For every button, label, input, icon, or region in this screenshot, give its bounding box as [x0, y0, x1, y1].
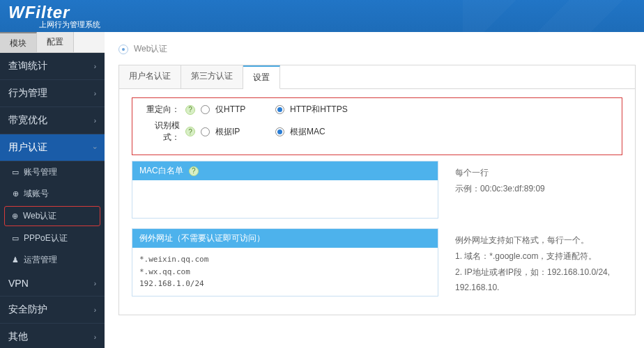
chevron-right-icon: ›	[94, 90, 96, 97]
nav-bandwidth[interactable]: 带宽优化›	[0, 107, 105, 134]
chevron-right-icon: ›	[94, 333, 96, 341]
nav-other[interactable]: 其他›	[0, 324, 105, 348]
nav-label: 带宽优化	[8, 114, 47, 127]
mac-whitelist-hint: 每个一行 示例：00:0c:3e:df:89:09	[455, 161, 622, 228]
mac-whitelist-textarea[interactable]	[132, 180, 438, 218]
settings-panel: 用户名认证 第三方认证 设置 重定向： ? 仅HTTP HTTP和HTTPS 识…	[118, 65, 636, 315]
sub-label: 运营管理	[24, 254, 57, 266]
nav-label: 安全防护	[8, 303, 47, 316]
tab-settings[interactable]: 设置	[243, 65, 280, 89]
sub-domain-account[interactable]: ⊕域账号	[0, 183, 105, 205]
id-card-icon: ▭	[11, 168, 20, 177]
mode-ip-radio[interactable]	[201, 127, 210, 136]
nav-label: 其他	[8, 331, 28, 343]
exception-line: 192.168.1.0/24	[139, 278, 431, 290]
mode-row: 识别模式： ? 根据IP 根据MAC	[141, 120, 613, 143]
exception-line: *.weixin.qq.com	[139, 253, 431, 266]
mac-whitelist-box: MAC白名单 ?	[132, 161, 438, 219]
hint-line: 每个一行	[455, 165, 622, 181]
mac-whitelist-title: MAC白名单	[139, 165, 183, 177]
nav-behavior[interactable]: 行为管理›	[0, 80, 105, 107]
exception-url-header: 例外网址（不需要认证即可访问）	[132, 229, 438, 248]
hint-line: 1. 域名：*.google.com，支持通配符。	[455, 248, 622, 264]
sub-ops-mgmt[interactable]: ♟运营管理	[0, 249, 105, 271]
sub-label: PPPoE认证	[24, 232, 68, 244]
nav-user-auth[interactable]: 用户认证›	[0, 134, 105, 161]
app-header: WFilter 上网行为管理系统	[0, 0, 644, 32]
mode-mac-radio[interactable]	[275, 127, 284, 136]
hint-line: 示例：00:0c:3e:df:89:09	[455, 181, 622, 197]
redirect-label: 重定向：	[141, 104, 180, 116]
chevron-right-icon: ›	[94, 280, 96, 287]
sub-label: 账号管理	[24, 166, 57, 178]
chevron-right-icon: ›	[94, 63, 96, 70]
whitelist-section: MAC白名单 ? 每个一行 示例：00:0c:3e:df:89:09	[132, 161, 622, 228]
globe-icon: ⊕	[10, 212, 19, 221]
nav-label: 用户认证	[8, 141, 47, 154]
sub-label: Web认证	[23, 210, 56, 222]
exception-url-textarea[interactable]: *.weixin.qq.com *.wx.qq.com 192.168.1.0/…	[132, 248, 438, 296]
app-subtitle: 上网行为管理系统	[39, 19, 100, 30]
redirect-http-only-radio[interactable]	[201, 105, 210, 114]
top-tab-modules[interactable]: 模块	[0, 32, 37, 52]
breadcrumb-text: Web认证	[134, 43, 167, 55]
chevron-right-icon: ›	[94, 117, 96, 125]
redirect-http-https-radio[interactable]	[275, 105, 284, 114]
globe-icon: ⊕	[11, 190, 20, 198]
sub-web-auth[interactable]: ⊕Web认证	[4, 206, 100, 226]
redirect-opt1-label: 仅HTTP	[215, 104, 270, 116]
exception-line: *.wx.qq.com	[139, 266, 431, 278]
help-icon[interactable]: ?	[189, 166, 199, 176]
person-icon: ♟	[11, 256, 20, 264]
hint-line: 2. IP地址或者IP段，如：192.168.10.0/24, 192.168.…	[455, 264, 622, 296]
tab-username-auth[interactable]: 用户名认证	[119, 65, 181, 88]
chevron-right-icon: ›	[94, 306, 96, 314]
redirect-opt2-label: HTTP和HTTPS	[290, 104, 348, 116]
exception-section: 例外网址（不需要认证即可访问） *.weixin.qq.com *.wx.qq.…	[132, 228, 622, 306]
breadcrumb-icon	[118, 45, 128, 54]
header-decoration	[463, 0, 644, 32]
sidebar-top-tabs: 模块 配置	[0, 32, 105, 53]
help-icon[interactable]: ?	[185, 127, 195, 136]
exception-url-hint: 例外网址支持如下格式，每行一个。 1. 域名：*.google.com，支持通配…	[455, 228, 622, 306]
exception-url-box: 例外网址（不需要认证即可访问） *.weixin.qq.com *.wx.qq.…	[132, 228, 438, 296]
nav-vpn[interactable]: VPN›	[0, 271, 105, 296]
exception-url-title: 例外网址（不需要认证即可访问）	[139, 232, 265, 244]
id-card-icon: ▭	[11, 235, 20, 243]
mode-opt1-label: 根据IP	[215, 126, 270, 138]
main-content: Web认证 用户名认证 第三方认证 设置 重定向： ? 仅HTTP HTTP和H…	[105, 32, 644, 348]
top-tab-config[interactable]: 配置	[37, 32, 74, 52]
chevron-down-icon: ›	[91, 146, 99, 148]
breadcrumb: Web认证	[118, 43, 636, 55]
nav-label: 查询统计	[8, 60, 47, 72]
sub-pppoe-auth[interactable]: ▭PPPoE认证	[0, 228, 105, 249]
redirect-row: 重定向： ? 仅HTTP HTTP和HTTPS	[141, 104, 613, 116]
highlighted-settings: 重定向： ? 仅HTTP HTTP和HTTPS 识别模式： ? 根据IP 根据M…	[132, 97, 622, 155]
nav-query-stats[interactable]: 查询统计›	[0, 53, 105, 80]
sub-label: 域账号	[24, 188, 49, 200]
hint-line: 例外网址支持如下格式，每行一个。	[455, 232, 622, 248]
nav-security[interactable]: 安全防护›	[0, 296, 105, 324]
sidebar: 模块 配置 查询统计› 行为管理› 带宽优化› 用户认证› ▭账号管理 ⊕域账号…	[0, 32, 105, 348]
panel-body: 重定向： ? 仅HTTP HTTP和HTTPS 识别模式： ? 根据IP 根据M…	[119, 89, 635, 315]
mac-whitelist-header: MAC白名单 ?	[132, 161, 438, 180]
panel-tabs: 用户名认证 第三方认证 设置	[119, 65, 635, 89]
nav-label: 行为管理	[8, 87, 47, 100]
tab-thirdparty-auth[interactable]: 第三方认证	[181, 65, 243, 88]
sub-account-mgmt[interactable]: ▭账号管理	[0, 161, 105, 183]
nav-label: VPN	[8, 278, 29, 289]
mode-label: 识别模式：	[141, 120, 180, 143]
help-icon[interactable]: ?	[185, 105, 195, 115]
mode-opt2-label: 根据MAC	[290, 126, 325, 138]
